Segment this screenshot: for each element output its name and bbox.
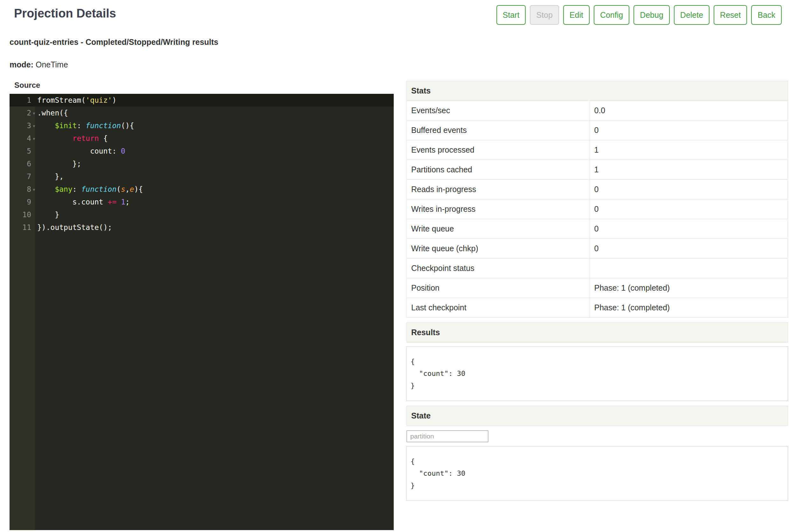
fold-caret-icon[interactable]: ▾ <box>33 107 36 119</box>
line-number: 9 <box>9 195 35 208</box>
config-button[interactable]: Config <box>594 5 629 25</box>
stats-row: Events processed1 <box>407 140 788 160</box>
mode-value: OneTime <box>36 60 68 69</box>
stat-name: Events processed <box>407 140 590 160</box>
stat-name: Reads in-progress <box>407 180 590 200</box>
stat-value: 0 <box>590 219 788 239</box>
start-button[interactable]: Start <box>496 5 526 25</box>
delete-button[interactable]: Delete <box>674 5 710 25</box>
stats-row: Last checkpointPhase: 1 (completed) <box>407 298 788 318</box>
state-box: { "count": 30 } <box>406 446 788 501</box>
line-number: 2▾ <box>9 107 35 119</box>
mode-label: mode: <box>9 60 33 69</box>
stats-table: Events/sec0.0Buffered events0Events proc… <box>406 101 788 318</box>
projection-details-page: Projection Details StartStopEditConfigDe… <box>0 0 789 530</box>
stats-panel-header: Stats <box>406 81 788 101</box>
page-header: Projection Details StartStopEditConfigDe… <box>9 2 788 25</box>
stat-name: Events/sec <box>407 101 590 120</box>
fold-caret-icon[interactable]: ▾ <box>33 119 36 132</box>
stats-row: PositionPhase: 1 (completed) <box>407 278 788 298</box>
stats-table-body: Events/sec0.0Buffered events0Events proc… <box>407 101 788 318</box>
line-number: 10 <box>9 208 35 221</box>
line-number: 3▾ <box>9 119 35 132</box>
line-number: 8▾ <box>9 183 35 195</box>
state-panel-header: State <box>406 406 788 426</box>
stats-row: Writes in-progress0 <box>407 200 788 219</box>
stat-value: 0 <box>590 180 788 200</box>
code-line: 9 s.count += 1; <box>9 195 394 208</box>
stat-value: Phase: 1 (completed) <box>590 298 788 318</box>
line-number: 6 <box>9 157 35 170</box>
stat-value: 0 <box>590 120 788 140</box>
stats-row: Checkpoint status <box>407 259 788 278</box>
stat-value: 0 <box>590 239 788 259</box>
code-line: 11}).outputState(); <box>9 221 394 234</box>
source-column: Source 1fromStream('quiz')2▾.when({3▾ $i… <box>9 81 394 530</box>
stat-name: Position <box>407 278 590 298</box>
partition-input[interactable] <box>406 430 488 442</box>
line-number: 7 <box>9 170 35 183</box>
results-panel-header: Results <box>406 322 788 342</box>
stats-row: Write queue0 <box>407 219 788 239</box>
stat-name: Partitions cached <box>407 160 590 180</box>
stat-value <box>590 259 788 278</box>
back-button[interactable]: Back <box>751 5 782 25</box>
stat-name: Writes in-progress <box>407 200 590 219</box>
toolbar: StartStopEditConfigDebugDeleteResetBack <box>496 5 782 25</box>
code-line: 1fromStream('quiz') <box>9 94 394 107</box>
stat-value: 0 <box>590 200 788 219</box>
edit-button[interactable]: Edit <box>563 5 590 25</box>
fold-caret-icon[interactable]: ▾ <box>33 183 36 196</box>
stat-name: Buffered events <box>407 120 590 140</box>
code-line: 4▾ return { <box>9 132 394 145</box>
stat-name: Write queue <box>407 219 590 239</box>
stat-value: 0.0 <box>590 101 788 120</box>
code-lines: 1fromStream('quiz')2▾.when({3▾ $init: fu… <box>9 94 394 234</box>
code-line: 10 } <box>9 208 394 221</box>
stats-row: Buffered events0 <box>407 120 788 140</box>
code-line: 5 count: 0 <box>9 145 394 157</box>
line-number: 1 <box>9 94 35 107</box>
stop-button: Stop <box>530 5 559 25</box>
code-line: 7 }, <box>9 170 394 183</box>
code-line: 2▾.when({ <box>9 107 394 119</box>
projection-name-status: count-quiz-entries - Completed/Stopped/W… <box>9 38 788 47</box>
stats-row: Reads in-progress0 <box>407 180 788 200</box>
stat-value: 1 <box>590 160 788 180</box>
line-number: 4▾ <box>9 132 35 145</box>
stats-row: Write queue (chkp)0 <box>407 239 788 259</box>
line-number: 11 <box>9 221 35 234</box>
code-line: 3▾ $init: function(){ <box>9 119 394 132</box>
fold-caret-icon[interactable]: ▾ <box>33 132 36 145</box>
source-label: Source <box>14 81 394 90</box>
stat-name: Checkpoint status <box>407 259 590 278</box>
stat-value: Phase: 1 (completed) <box>590 278 788 298</box>
stat-value: 1 <box>590 140 788 160</box>
code-line: 6 }; <box>9 157 394 170</box>
results-json: { "count": 30 } <box>410 356 784 392</box>
code-line: 8▾ $any: function(s,e){ <box>9 183 394 195</box>
stat-name: Write queue (chkp) <box>407 239 590 259</box>
stats-row: Partitions cached1 <box>407 160 788 180</box>
line-number: 5 <box>9 145 35 157</box>
page-title: Projection Details <box>14 6 116 20</box>
state-json: { "count": 30 } <box>410 455 784 492</box>
mode-line: mode: OneTime <box>9 60 788 69</box>
stats-row: Events/sec0.0 <box>407 101 788 120</box>
reset-button[interactable]: Reset <box>714 5 747 25</box>
stat-name: Last checkpoint <box>407 298 590 318</box>
details-column: Stats Events/sec0.0Buffered events0Event… <box>406 81 788 501</box>
content-columns: Source 1fromStream('quiz')2▾.when({3▾ $i… <box>9 81 788 530</box>
debug-button[interactable]: Debug <box>634 5 670 25</box>
results-box: { "count": 30 } <box>406 346 788 401</box>
code-editor[interactable]: 1fromStream('quiz')2▾.when({3▾ $init: fu… <box>9 94 394 530</box>
